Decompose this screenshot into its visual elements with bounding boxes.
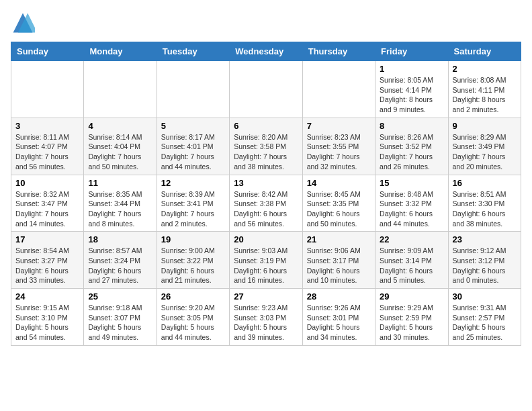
calendar-cell: 28Sunrise: 9:26 AM Sunset: 3:01 PM Dayli… (302, 289, 375, 346)
day-info: Sunrise: 9:15 AM Sunset: 3:10 PM Dayligh… (15, 303, 79, 342)
day-info: Sunrise: 9:20 AM Sunset: 3:05 PM Dayligh… (161, 303, 225, 342)
day-number: 15 (380, 178, 443, 188)
calendar-cell (11, 61, 84, 118)
day-number: 21 (307, 234, 371, 244)
day-info: Sunrise: 9:09 AM Sunset: 3:14 PM Dayligh… (380, 246, 443, 285)
calendar-cell: 17Sunrise: 8:54 AM Sunset: 3:27 PM Dayli… (11, 232, 84, 289)
day-number: 17 (15, 234, 79, 244)
day-number: 30 (453, 291, 517, 302)
calendar-cell: 16Sunrise: 8:51 AM Sunset: 3:30 PM Dayli… (448, 175, 521, 232)
day-info: Sunrise: 8:57 AM Sunset: 3:24 PM Dayligh… (88, 246, 152, 285)
day-number: 10 (15, 178, 79, 188)
day-number: 11 (88, 178, 152, 188)
day-number: 3 (15, 121, 79, 131)
day-info: Sunrise: 8:17 AM Sunset: 4:01 PM Dayligh… (161, 132, 225, 172)
day-info: Sunrise: 8:45 AM Sunset: 3:35 PM Dayligh… (307, 189, 371, 229)
calendar-week-row: 24Sunrise: 9:15 AM Sunset: 3:10 PM Dayli… (11, 289, 521, 346)
day-info: Sunrise: 8:14 AM Sunset: 4:04 PM Dayligh… (88, 132, 152, 172)
day-of-week-header: Wednesday (230, 42, 302, 61)
calendar-cell: 26Sunrise: 9:20 AM Sunset: 3:05 PM Dayli… (157, 289, 229, 346)
calendar-cell: 12Sunrise: 8:39 AM Sunset: 3:41 PM Dayli… (157, 175, 229, 232)
calendar-cell: 11Sunrise: 8:35 AM Sunset: 3:44 PM Dayli… (84, 175, 157, 232)
day-number: 14 (307, 178, 371, 188)
day-number: 26 (161, 291, 225, 302)
calendar-header-row: SundayMondayTuesdayWednesdayThursdayFrid… (11, 42, 521, 61)
day-number: 23 (453, 234, 517, 244)
day-info: Sunrise: 8:32 AM Sunset: 3:47 PM Dayligh… (15, 189, 79, 229)
day-info: Sunrise: 9:23 AM Sunset: 3:03 PM Dayligh… (234, 303, 298, 342)
day-number: 28 (307, 291, 371, 302)
day-number: 22 (380, 234, 443, 244)
day-info: Sunrise: 9:18 AM Sunset: 3:07 PM Dayligh… (88, 303, 152, 342)
day-info: Sunrise: 8:42 AM Sunset: 3:38 PM Dayligh… (234, 189, 298, 229)
calendar-cell: 14Sunrise: 8:45 AM Sunset: 3:35 PM Dayli… (302, 175, 375, 232)
day-number: 5 (161, 121, 225, 131)
calendar-cell: 27Sunrise: 9:23 AM Sunset: 3:03 PM Dayli… (230, 289, 302, 346)
day-info: Sunrise: 9:29 AM Sunset: 2:59 PM Dayligh… (380, 303, 443, 342)
day-info: Sunrise: 8:54 AM Sunset: 3:27 PM Dayligh… (15, 246, 79, 285)
calendar-cell: 8Sunrise: 8:26 AM Sunset: 3:52 PM Daylig… (375, 118, 448, 175)
calendar-cell (84, 61, 157, 118)
day-of-week-header: Sunday (11, 42, 84, 61)
day-info: Sunrise: 9:06 AM Sunset: 3:17 PM Dayligh… (307, 246, 371, 285)
day-info: Sunrise: 8:23 AM Sunset: 3:55 PM Dayligh… (307, 132, 371, 172)
day-info: Sunrise: 8:48 AM Sunset: 3:32 PM Dayligh… (380, 189, 443, 229)
calendar-cell: 29Sunrise: 9:29 AM Sunset: 2:59 PM Dayli… (375, 289, 448, 346)
calendar-cell: 25Sunrise: 9:18 AM Sunset: 3:07 PM Dayli… (84, 289, 157, 346)
day-info: Sunrise: 8:51 AM Sunset: 3:30 PM Dayligh… (453, 189, 517, 229)
calendar-week-row: 1Sunrise: 8:05 AM Sunset: 4:14 PM Daylig… (11, 61, 521, 118)
day-info: Sunrise: 9:03 AM Sunset: 3:19 PM Dayligh… (234, 246, 298, 285)
calendar-cell: 10Sunrise: 8:32 AM Sunset: 3:47 PM Dayli… (11, 175, 84, 232)
calendar-cell: 9Sunrise: 8:29 AM Sunset: 3:49 PM Daylig… (448, 118, 521, 175)
calendar-cell (302, 61, 375, 118)
day-number: 19 (161, 234, 225, 244)
day-number: 18 (88, 234, 152, 244)
day-of-week-header: Tuesday (157, 42, 229, 61)
day-number: 8 (380, 121, 443, 131)
day-number: 29 (380, 291, 443, 302)
day-info: Sunrise: 8:11 AM Sunset: 4:07 PM Dayligh… (15, 132, 79, 172)
calendar-week-row: 10Sunrise: 8:32 AM Sunset: 3:47 PM Dayli… (11, 175, 521, 232)
calendar-cell: 4Sunrise: 8:14 AM Sunset: 4:04 PM Daylig… (84, 118, 157, 175)
day-number: 2 (453, 64, 517, 74)
day-of-week-header: Thursday (302, 42, 375, 61)
calendar-cell: 20Sunrise: 9:03 AM Sunset: 3:19 PM Dayli… (230, 232, 302, 289)
calendar-cell: 6Sunrise: 8:20 AM Sunset: 3:58 PM Daylig… (230, 118, 302, 175)
day-number: 20 (234, 234, 298, 244)
day-number: 25 (88, 291, 152, 302)
day-number: 24 (15, 291, 79, 302)
calendar-cell: 22Sunrise: 9:09 AM Sunset: 3:14 PM Dayli… (375, 232, 448, 289)
day-info: Sunrise: 8:35 AM Sunset: 3:44 PM Dayligh… (88, 189, 152, 229)
calendar-cell: 21Sunrise: 9:06 AM Sunset: 3:17 PM Dayli… (302, 232, 375, 289)
day-of-week-header: Monday (84, 42, 157, 61)
day-number: 13 (234, 178, 298, 188)
calendar-week-row: 3Sunrise: 8:11 AM Sunset: 4:07 PM Daylig… (11, 118, 521, 175)
day-info: Sunrise: 8:26 AM Sunset: 3:52 PM Dayligh… (380, 132, 443, 172)
calendar-cell (230, 61, 302, 118)
calendar-cell: 7Sunrise: 8:23 AM Sunset: 3:55 PM Daylig… (302, 118, 375, 175)
day-info: Sunrise: 9:12 AM Sunset: 3:12 PM Dayligh… (453, 246, 517, 285)
day-number: 12 (161, 178, 225, 188)
day-info: Sunrise: 9:26 AM Sunset: 3:01 PM Dayligh… (307, 303, 371, 342)
calendar-cell: 15Sunrise: 8:48 AM Sunset: 3:32 PM Dayli… (375, 175, 448, 232)
day-number: 4 (88, 121, 152, 131)
calendar-cell: 18Sunrise: 8:57 AM Sunset: 3:24 PM Dayli… (84, 232, 157, 289)
day-info: Sunrise: 8:08 AM Sunset: 4:11 PM Dayligh… (453, 75, 517, 115)
day-info: Sunrise: 9:31 AM Sunset: 2:57 PM Dayligh… (453, 303, 517, 342)
calendar-cell: 5Sunrise: 8:17 AM Sunset: 4:01 PM Daylig… (157, 118, 229, 175)
calendar-cell: 23Sunrise: 9:12 AM Sunset: 3:12 PM Dayli… (448, 232, 521, 289)
calendar-table: SundayMondayTuesdayWednesdayThursdayFrid… (11, 42, 521, 346)
day-number: 9 (453, 121, 517, 131)
day-of-week-header: Saturday (448, 42, 521, 61)
day-number: 1 (380, 64, 443, 74)
calendar-cell: 30Sunrise: 9:31 AM Sunset: 2:57 PM Dayli… (448, 289, 521, 346)
logo-icon (11, 11, 35, 35)
day-info: Sunrise: 8:29 AM Sunset: 3:49 PM Dayligh… (453, 132, 517, 172)
day-of-week-header: Friday (375, 42, 448, 61)
day-info: Sunrise: 8:05 AM Sunset: 4:14 PM Dayligh… (380, 75, 443, 115)
calendar-cell: 3Sunrise: 8:11 AM Sunset: 4:07 PM Daylig… (11, 118, 84, 175)
day-number: 27 (234, 291, 298, 302)
calendar-cell: 2Sunrise: 8:08 AM Sunset: 4:11 PM Daylig… (448, 61, 521, 118)
header (11, 11, 521, 35)
day-info: Sunrise: 8:39 AM Sunset: 3:41 PM Dayligh… (161, 189, 225, 229)
